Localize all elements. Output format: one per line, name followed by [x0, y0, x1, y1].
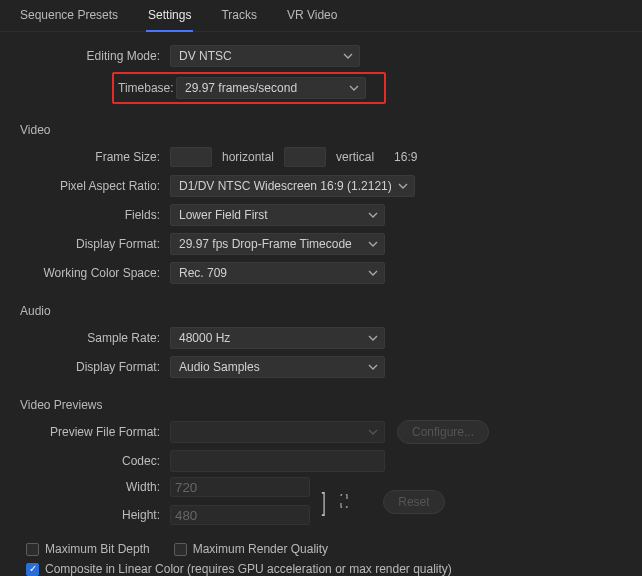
section-audio: Audio	[20, 288, 622, 324]
frame-width-input[interactable]	[170, 147, 212, 167]
tab-sequence-presets[interactable]: Sequence Presets	[18, 8, 120, 31]
preview-file-format-label: Preview File Format:	[20, 425, 170, 439]
audio-display-format-dropdown[interactable]: Audio Samples	[170, 356, 385, 378]
link-icon[interactable]	[337, 494, 349, 511]
audio-display-format-value: Audio Samples	[179, 360, 260, 374]
working-color-space-label: Working Color Space:	[20, 266, 170, 280]
chevron-down-icon	[368, 335, 378, 341]
max-render-quality-label: Maximum Render Quality	[193, 542, 328, 556]
max-render-quality-checkbox[interactable]: ✓	[174, 543, 187, 556]
editing-mode-label: Editing Mode:	[20, 49, 170, 63]
preview-height-input	[170, 505, 310, 525]
pixel-aspect-dropdown[interactable]: D1/DV NTSC Widescreen 16:9 (1.2121)	[170, 175, 415, 197]
frame-height-input[interactable]	[284, 147, 326, 167]
settings-panel: Editing Mode: DV NTSC Timebase: 29.97 fr…	[0, 32, 642, 576]
fields-dropdown[interactable]: Lower Field First	[170, 204, 385, 226]
chevron-down-icon	[368, 212, 378, 218]
configure-button: Configure...	[397, 420, 489, 444]
tab-settings[interactable]: Settings	[146, 8, 193, 32]
timebase-highlight: Timebase: 29.97 frames/second	[112, 72, 386, 104]
fields-label: Fields:	[20, 208, 170, 222]
timebase-label: Timebase:	[118, 81, 176, 95]
preview-width-label: Width:	[20, 480, 170, 494]
chevron-down-icon	[368, 429, 378, 435]
max-bit-depth-label: Maximum Bit Depth	[45, 542, 150, 556]
editing-mode-value: DV NTSC	[179, 49, 232, 63]
max-bit-depth-checkbox[interactable]: ✓	[26, 543, 39, 556]
frame-aspect: 16:9	[384, 150, 417, 164]
tabs-bar: Sequence Presets Settings Tracks VR Vide…	[0, 0, 642, 32]
sample-rate-value: 48000 Hz	[179, 331, 230, 345]
editing-mode-dropdown[interactable]: DV NTSC	[170, 45, 360, 67]
section-video: Video	[20, 107, 622, 143]
video-display-format-label: Display Format:	[20, 237, 170, 251]
working-color-space-dropdown[interactable]: Rec. 709	[170, 262, 385, 284]
sample-rate-dropdown[interactable]: 48000 Hz	[170, 327, 385, 349]
timebase-value: 29.97 frames/second	[185, 81, 297, 95]
preview-height-label: Height:	[20, 508, 170, 522]
pixel-aspect-value: D1/DV NTSC Widescreen 16:9 (1.2121)	[179, 179, 392, 193]
section-video-previews: Video Previews	[20, 382, 622, 418]
vertical-label: vertical	[326, 150, 384, 164]
tab-tracks[interactable]: Tracks	[219, 8, 259, 31]
sample-rate-label: Sample Rate:	[20, 331, 170, 345]
composite-linear-label: Composite in Linear Color (requires GPU …	[45, 562, 452, 576]
chevron-down-icon	[368, 241, 378, 247]
chevron-down-icon	[349, 85, 359, 91]
tab-vr-video[interactable]: VR Video	[285, 8, 339, 31]
chevron-down-icon	[368, 364, 378, 370]
fields-value: Lower Field First	[179, 208, 268, 222]
preview-width-input	[170, 477, 310, 497]
bracket-icon: ]	[322, 487, 326, 518]
preview-file-format-dropdown	[170, 421, 385, 443]
frame-size-label: Frame Size:	[20, 150, 170, 164]
codec-dropdown	[170, 450, 385, 472]
chevron-down-icon	[368, 270, 378, 276]
horizontal-label: horizontal	[212, 150, 284, 164]
video-display-format-dropdown[interactable]: 29.97 fps Drop-Frame Timecode	[170, 233, 385, 255]
video-display-format-value: 29.97 fps Drop-Frame Timecode	[179, 237, 352, 251]
chevron-down-icon	[343, 53, 353, 59]
pixel-aspect-label: Pixel Aspect Ratio:	[20, 179, 170, 193]
chevron-down-icon	[398, 183, 408, 189]
working-color-space-value: Rec. 709	[179, 266, 227, 280]
audio-display-format-label: Display Format:	[20, 360, 170, 374]
timebase-dropdown[interactable]: 29.97 frames/second	[176, 77, 366, 99]
reset-button: Reset	[383, 490, 444, 514]
composite-linear-checkbox[interactable]: ✓	[26, 563, 39, 576]
codec-label: Codec:	[20, 454, 170, 468]
